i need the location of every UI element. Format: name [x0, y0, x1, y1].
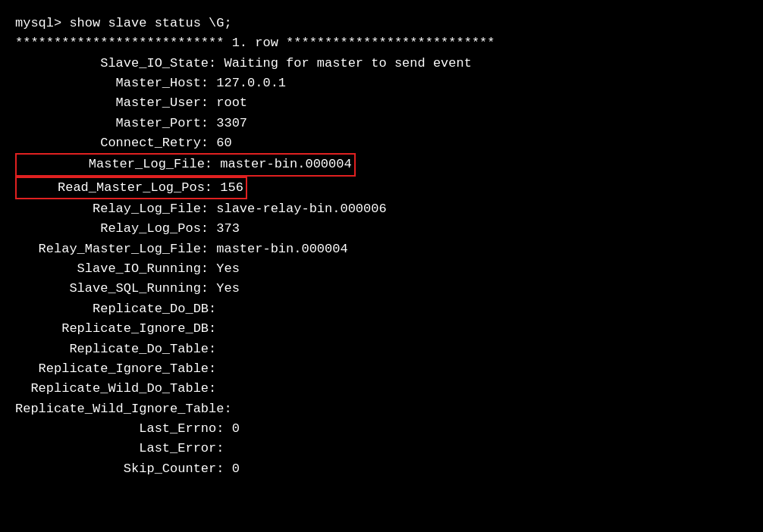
table-row: Last_Error: [15, 441, 224, 455]
table-row: Relay_Master_Log_File: master-bin.000004 [15, 242, 348, 256]
table-row: Relay_Log_Pos: 373 [15, 221, 240, 236]
table-row: Connect_Retry: 60 [15, 136, 232, 150]
terminal-window: mysql> show slave status \G; ***********… [0, 0, 763, 532]
separator-line: *************************** 1. row *****… [15, 36, 495, 50]
prompt-line: mysql> show slave status \G; [15, 16, 232, 30]
table-row: Last_Errno: 0 [15, 421, 240, 436]
table-row: Master_User: root [15, 95, 247, 110]
table-row: Master_Port: 3307 [15, 116, 247, 130]
table-row: Read_Master_Log_Pos: 156 [15, 180, 247, 195]
table-row: Replicate_Ignore_DB: [15, 321, 216, 336]
table-row: Relay_Log_File: slave-relay-bin.000006 [15, 202, 387, 216]
table-row: Replicate_Ignore_Table: [15, 361, 216, 376]
table-row: Skip_Counter: 0 [15, 462, 240, 476]
table-row: Replicate_Do_DB: [15, 302, 216, 316]
table-row: Slave_IO_Running: Yes [15, 261, 240, 276]
table-row: Replicate_Wild_Ignore_Table: [15, 402, 232, 416]
table-row: Master_Host: 127.0.0.1 [15, 76, 286, 90]
table-row: Replicate_Wild_Do_Table: [15, 381, 216, 396]
table-row: Master_Log_File: master-bin.000004 [15, 157, 356, 171]
table-row: Slave_IO_State: Waiting for master to se… [15, 56, 472, 70]
table-row: Replicate_Do_Table: [15, 342, 216, 356]
table-row: Slave_SQL_Running: Yes [15, 281, 240, 296]
